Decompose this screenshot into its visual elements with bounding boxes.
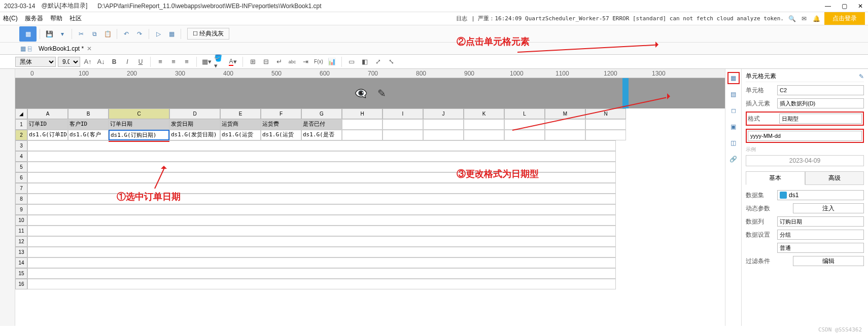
row-header[interactable]: 5: [15, 162, 27, 172]
collapse-icon[interactable]: ⤡: [386, 56, 397, 67]
menu-item[interactable]: 服务器: [25, 14, 43, 23]
unmerge-icon[interactable]: ⊟: [260, 56, 271, 67]
cell[interactable]: [342, 119, 383, 130]
maximize-icon[interactable]: ▢: [841, 3, 848, 10]
expand-icon[interactable]: ⤢: [372, 56, 384, 67]
cell[interactable]: 发货日期: [169, 119, 220, 130]
app-icon[interactable]: ▦: [19, 26, 37, 42]
col-header[interactable]: C: [109, 108, 169, 119]
underline-icon[interactable]: U: [135, 56, 146, 67]
col-header[interactable]: I: [383, 108, 423, 119]
align-left-icon[interactable]: ≡: [155, 56, 166, 67]
border-icon[interactable]: ▦▾: [201, 56, 212, 67]
grid[interactable]: ◢ A B C D E F G H I J K L M N 1 订单ID 客户I…: [15, 108, 725, 289]
message-icon[interactable]: ✉: [800, 15, 808, 23]
cell[interactable]: [27, 151, 616, 162]
shape-icon[interactable]: ◻: [727, 104, 740, 117]
paste-icon[interactable]: 📋: [101, 28, 114, 40]
col-header[interactable]: B: [68, 108, 109, 119]
filter-button[interactable]: 编辑: [793, 256, 864, 266]
cell[interactable]: [27, 194, 616, 204]
cell[interactable]: [27, 183, 616, 194]
cell-attr-icon[interactable]: ▤: [727, 88, 740, 100]
tab-close-icon[interactable]: ✕: [87, 45, 92, 52]
cell[interactable]: [383, 130, 423, 140]
cell[interactable]: ds1.G(发货日期): [169, 130, 220, 140]
preview-icon[interactable]: ▷: [152, 28, 164, 40]
dynparam-button[interactable]: 注入: [793, 203, 864, 213]
cell[interactable]: [464, 119, 504, 130]
dataset-setting-select[interactable]: 分组: [777, 230, 864, 240]
col-header[interactable]: G: [301, 108, 342, 119]
copy-icon[interactable]: ⧉: [88, 28, 100, 40]
col-header[interactable]: D: [169, 108, 220, 119]
format-select[interactable]: 日期型: [779, 114, 862, 124]
cell[interactable]: [585, 119, 626, 130]
link-icon[interactable]: 🔗: [727, 153, 740, 165]
cell[interactable]: [27, 215, 616, 226]
abc-icon[interactable]: abc: [287, 56, 298, 67]
login-button[interactable]: 点击登录: [824, 12, 865, 25]
cell[interactable]: ds1.G(订单ID: [27, 130, 68, 140]
row-header[interactable]: 10: [15, 215, 27, 226]
cell[interactable]: ds1.G(运货: [261, 130, 301, 140]
col-header[interactable]: K: [464, 108, 504, 119]
param-divider[interactable]: [622, 78, 629, 108]
col-header[interactable]: A: [27, 108, 68, 119]
tab-basic[interactable]: 基本: [746, 171, 805, 185]
fx-icon[interactable]: F(x): [313, 56, 324, 67]
cell[interactable]: [27, 268, 616, 279]
tab-grid-icon[interactable]: ▦: [20, 45, 26, 52]
bold-icon[interactable]: B: [109, 56, 120, 67]
align-center-icon[interactable]: ≡: [168, 56, 179, 67]
cell-element-icon[interactable]: ▦: [727, 72, 740, 84]
cell[interactable]: [27, 162, 616, 172]
eye-off-icon[interactable]: 👁‍🗨: [355, 87, 367, 99]
cell[interactable]: [27, 172, 616, 183]
menu-item[interactable]: 格(C): [3, 14, 18, 23]
fill-icon[interactable]: 🪣▾: [214, 56, 225, 67]
font-select[interactable]: 黑体: [15, 57, 56, 67]
cell[interactable]: [545, 130, 585, 140]
cell[interactable]: [464, 130, 504, 140]
save-icon[interactable]: 💾: [43, 28, 55, 40]
row-header[interactable]: 15: [15, 268, 27, 279]
file-tab[interactable]: WorkBook1.cpt * ✕: [33, 44, 97, 53]
cell[interactable]: [27, 279, 616, 289]
save-dropdown-icon[interactable]: ▾: [56, 28, 68, 40]
col-header[interactable]: L: [504, 108, 545, 119]
merge-icon[interactable]: ⊞: [247, 56, 258, 67]
undo-icon[interactable]: ↶: [120, 28, 132, 40]
col-header[interactable]: H: [342, 108, 383, 119]
cell[interactable]: [342, 130, 383, 140]
cell[interactable]: [585, 130, 626, 140]
menu-item[interactable]: 帮助: [50, 14, 62, 23]
menu-item[interactable]: 社区: [70, 14, 82, 23]
cell[interactable]: 客户ID: [68, 119, 109, 130]
size-up-icon[interactable]: A↑: [82, 56, 93, 67]
panel-pin-icon[interactable]: ✎: [859, 73, 864, 80]
col-header[interactable]: E: [220, 108, 261, 119]
row-header[interactable]: 3: [15, 140, 27, 151]
cell[interactable]: [27, 226, 616, 236]
row-header[interactable]: 11: [15, 226, 27, 236]
cell[interactable]: [423, 130, 464, 140]
indent-icon[interactable]: ⇥: [300, 56, 311, 67]
col-header[interactable]: M: [545, 108, 585, 119]
row-header[interactable]: 12: [15, 236, 27, 247]
edit-icon[interactable]: ✎: [377, 87, 386, 99]
selected-cell[interactable]: ds1.G(订购日期): [109, 130, 169, 140]
row-header[interactable]: 8: [15, 194, 27, 204]
redo-icon[interactable]: ↷: [133, 28, 146, 40]
widget-icon[interactable]: ▣: [727, 121, 740, 133]
cell[interactable]: [27, 247, 616, 257]
cell[interactable]: [383, 119, 423, 130]
insert-select[interactable]: 插入数据列(D): [777, 98, 864, 108]
align-right-icon[interactable]: ≡: [181, 56, 192, 67]
row-header[interactable]: 7: [15, 183, 27, 194]
datacol-select[interactable]: 订购日期: [777, 216, 864, 227]
row-header[interactable]: 16: [15, 279, 27, 289]
cell[interactable]: [27, 257, 616, 268]
col-header[interactable]: F: [261, 108, 301, 119]
cell[interactable]: 是否已付: [301, 119, 342, 130]
